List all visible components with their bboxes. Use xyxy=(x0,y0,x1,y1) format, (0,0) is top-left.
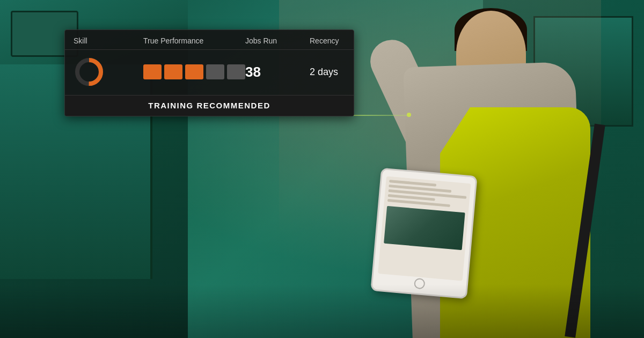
skill-donut-chart xyxy=(74,56,105,87)
background: Skill True Performance Jobs Run Recency xyxy=(0,0,644,338)
perf-bar-2 xyxy=(164,64,182,79)
tablet-screen xyxy=(378,176,471,281)
bottom-overlay xyxy=(0,284,644,338)
perf-bar-3 xyxy=(185,64,203,79)
donut-svg xyxy=(74,56,105,87)
header-true-performance: True Performance xyxy=(143,36,245,45)
performance-bars xyxy=(143,64,245,79)
header-skill: Skill xyxy=(74,36,143,45)
jobs-run-value: 38 xyxy=(245,64,310,80)
recency-value: 2 days xyxy=(310,67,354,78)
worker-tablet xyxy=(370,168,477,299)
info-card: Skill True Performance Jobs Run Recency xyxy=(64,30,354,116)
training-banner: TRAINING RECOMMENDED xyxy=(65,95,354,116)
perf-bar-1 xyxy=(143,64,162,79)
connector-dot xyxy=(407,113,411,117)
perf-bar-5 xyxy=(227,64,245,79)
info-card-header: Skill True Performance Jobs Run Recency xyxy=(65,30,354,50)
training-banner-text: TRAINING RECOMMENDED xyxy=(148,101,270,110)
info-card-body: 38 2 days xyxy=(65,50,354,95)
header-recency: Recency xyxy=(310,36,354,45)
header-jobs-run: Jobs Run xyxy=(245,36,310,45)
perf-bar-4 xyxy=(206,64,224,79)
